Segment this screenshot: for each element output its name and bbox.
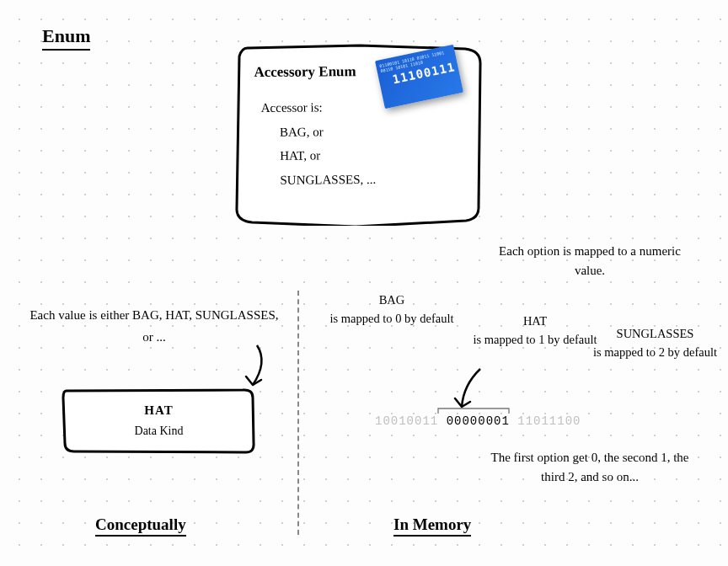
enum-box-content: Accessor is: BAG, or HAT, or SUNGLASSES,… xyxy=(254,94,463,192)
memory-label-sunglasses: SUNGLASSES is mapped to 2 by default xyxy=(586,324,725,362)
arrow-to-binary-icon xyxy=(447,366,489,415)
section-label-memory: In Memory xyxy=(393,515,471,537)
enum-option: SUNGLASSES, ... xyxy=(261,166,462,192)
section-divider xyxy=(297,291,299,535)
binary-strong-mid: 00000001 xyxy=(447,414,510,428)
arrow-to-databox-icon xyxy=(228,341,278,396)
data-kind-box: HAT Data Kind xyxy=(64,389,254,452)
mem-name: HAT xyxy=(523,314,547,328)
caption-value-options: Each value is either BAG, HAT, SUNGLASSE… xyxy=(28,305,281,348)
section-label-conceptual: Conceptually xyxy=(95,515,186,537)
memory-label-bag: BAG is mapped to 0 by default xyxy=(329,291,455,328)
enum-option: BAG, or xyxy=(261,118,462,144)
mem-name: BAG xyxy=(379,293,405,307)
mem-name: SUNGLASSES xyxy=(617,327,694,340)
mem-text: is mapped to 1 by default xyxy=(474,333,597,346)
caption-numeric-mapping: Each option is mapped to a numeric value… xyxy=(484,242,695,280)
caption-ordering: The first option get 0, the second 1, th… xyxy=(480,448,699,488)
mem-text: is mapped to 2 by default xyxy=(593,345,717,359)
enum-option: HAT, or xyxy=(261,142,462,168)
binary-faded-left: 10010011 xyxy=(375,414,438,428)
diagram-title: Enum xyxy=(42,25,90,51)
binary-faded-right: 11011100 xyxy=(517,414,581,428)
data-subtitle: Data Kind xyxy=(135,424,184,438)
data-value: HAT xyxy=(144,403,173,418)
memory-label-hat: HAT is mapped to 1 by default xyxy=(472,312,598,350)
mem-text: is mapped to 0 by default xyxy=(330,312,454,325)
binary-memory-row: 10010011 00000001 11011100 xyxy=(375,414,581,428)
